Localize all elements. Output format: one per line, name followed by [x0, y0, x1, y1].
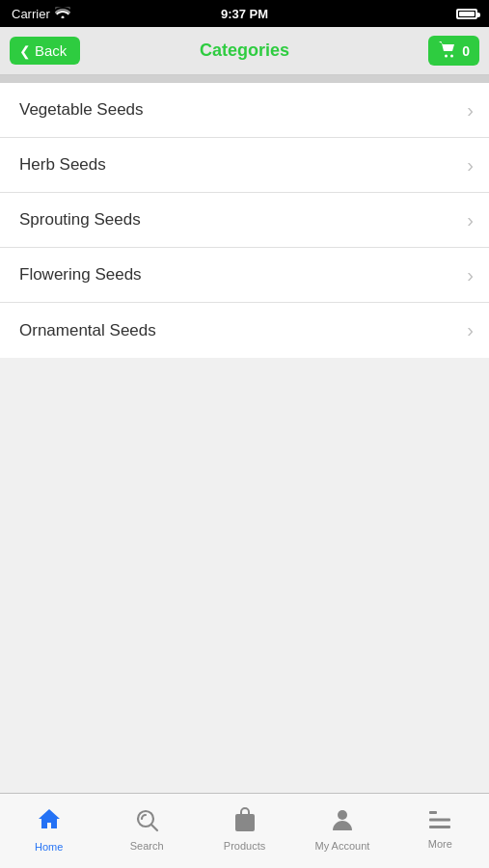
products-icon	[233, 807, 257, 836]
cart-count: 0	[462, 43, 470, 59]
category-label: Vegetable Seeds	[19, 100, 144, 120]
tab-more-label: More	[428, 838, 452, 850]
back-chevron-icon: ❮	[19, 44, 31, 58]
svg-point-0	[445, 55, 448, 58]
wifi-icon	[55, 7, 70, 21]
chevron-right-icon: ›	[467, 264, 474, 286]
tab-search-label: Search	[130, 840, 164, 852]
back-button[interactable]: ❮ Back	[10, 37, 80, 65]
list-item[interactable]: Herb Seeds ›	[0, 138, 489, 193]
tab-search[interactable]: Search	[97, 794, 195, 868]
page-title: Categories	[200, 41, 289, 61]
svg-rect-5	[429, 811, 437, 814]
list-item[interactable]: Flowering Seeds ›	[0, 248, 489, 303]
tab-home[interactable]: Home	[0, 794, 97, 868]
back-label: Back	[35, 42, 67, 59]
svg-rect-7	[429, 826, 450, 828]
category-label: Sprouting Seeds	[19, 210, 141, 230]
svg-point-1	[450, 55, 453, 58]
list-item[interactable]: Sprouting Seeds ›	[0, 193, 489, 248]
status-time: 9:37 PM	[221, 7, 268, 21]
battery-icon	[456, 9, 477, 19]
category-list: Vegetable Seeds › Herb Seeds › Sprouting…	[0, 83, 489, 358]
svg-rect-6	[429, 818, 450, 821]
svg-rect-3	[235, 814, 255, 831]
tab-more[interactable]: More	[392, 794, 489, 868]
cart-icon	[438, 41, 457, 61]
empty-area	[0, 358, 489, 793]
tab-bar: Home Search Products My Ac	[0, 793, 489, 868]
status-left: Carrier	[12, 7, 70, 21]
category-label: Ornamental Seeds	[19, 321, 156, 340]
home-icon	[36, 806, 63, 837]
category-label: Flowering Seeds	[19, 265, 142, 285]
main-content: Vegetable Seeds › Herb Seeds › Sprouting…	[0, 75, 489, 793]
top-separator	[0, 75, 489, 83]
chevron-right-icon: ›	[467, 319, 474, 341]
tab-myaccount-label: My Account	[314, 840, 369, 852]
list-item[interactable]: Vegetable Seeds ›	[0, 83, 489, 138]
cart-button[interactable]: 0	[428, 36, 479, 66]
carrier-label: Carrier	[12, 7, 50, 21]
nav-bar: ❮ Back Categories 0	[0, 27, 489, 75]
status-right	[456, 9, 477, 19]
chevron-right-icon: ›	[467, 209, 474, 231]
category-label: Herb Seeds	[19, 155, 106, 175]
tab-home-label: Home	[35, 841, 63, 853]
chevron-right-icon: ›	[467, 154, 474, 176]
tab-products-label: Products	[224, 840, 265, 852]
account-icon	[331, 807, 354, 836]
tab-myaccount[interactable]: My Account	[293, 794, 391, 868]
chevron-right-icon: ›	[467, 99, 474, 122]
more-icon	[427, 809, 452, 834]
svg-point-4	[338, 810, 347, 820]
status-bar: Carrier 9:37 PM	[0, 0, 489, 27]
search-icon	[134, 807, 159, 836]
list-item[interactable]: Ornamental Seeds ›	[0, 303, 489, 358]
tab-products[interactable]: Products	[196, 794, 293, 868]
